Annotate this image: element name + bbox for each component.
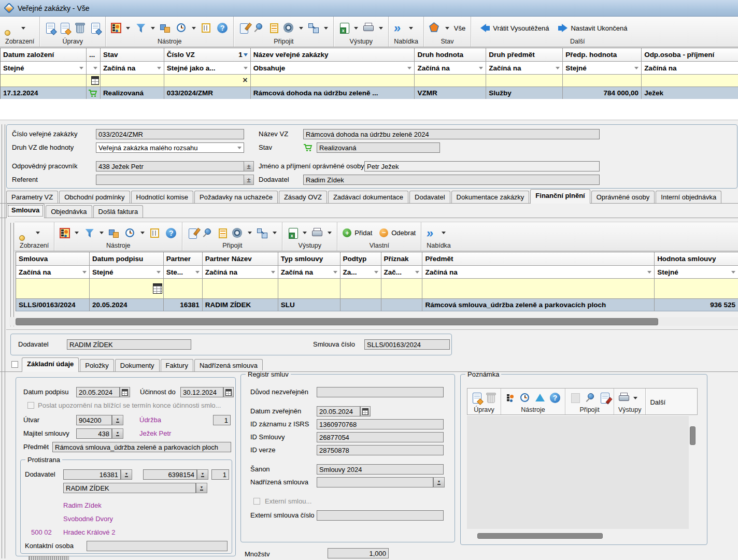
druh-vz-select[interactable]: Veřejná zakázka malého rozsahu bbox=[96, 142, 244, 153]
media-icon[interactable] bbox=[283, 22, 294, 34]
filter-input[interactable] bbox=[340, 279, 381, 299]
delete-record-icon[interactable] bbox=[74, 22, 86, 34]
filter-select[interactable]: Stejné bbox=[90, 266, 164, 279]
tab-dodavatel[interactable]: Dodavatel bbox=[409, 191, 450, 204]
detail-view-icon[interactable] bbox=[60, 228, 70, 238]
chevron-down-icon[interactable] bbox=[324, 27, 328, 30]
filter-input[interactable] bbox=[381, 279, 423, 299]
filter-select[interactable]: Začíná na bbox=[203, 266, 278, 279]
odpovedny-pracovnik-field[interactable]: 438 Ježek Petr bbox=[96, 161, 244, 171]
column-header[interactable]: Datum podpisu bbox=[90, 252, 164, 266]
filter-input[interactable] bbox=[642, 75, 738, 87]
tab-objednavka[interactable]: Objednávka bbox=[46, 205, 92, 218]
media-icon[interactable] bbox=[232, 227, 243, 239]
detail-view-icon[interactable] bbox=[505, 393, 516, 403]
filter-input[interactable] bbox=[486, 75, 563, 87]
partner-name-field[interactable]: RADIM ZÍDEK bbox=[63, 483, 196, 493]
horizontal-scrollbar[interactable] bbox=[9, 317, 738, 326]
mnozstvi-field[interactable]: 1,000 bbox=[328, 548, 389, 558]
partner-ic-field[interactable]: 6398154 bbox=[143, 469, 197, 480]
column-header[interactable]: Odp.osoba - příjmení bbox=[642, 48, 738, 62]
poslat-upozorneni-checkbox[interactable] bbox=[27, 402, 34, 409]
attach-icon[interactable] bbox=[570, 392, 581, 404]
dropdown-button[interactable] bbox=[197, 469, 208, 480]
filter-input[interactable] bbox=[87, 75, 101, 87]
filter-input[interactable] bbox=[251, 75, 415, 87]
menu-icon[interactable] bbox=[394, 22, 404, 34]
tab-hodnotici-komise[interactable]: Hodnotící komise bbox=[131, 191, 193, 204]
datum-zverejnen-field[interactable]: 20.05.2024 bbox=[317, 406, 360, 417]
vratit-vysoutezena-button[interactable]: Vrátit Vysoutěžená bbox=[480, 24, 549, 32]
tab-zadavaci-dokumentace[interactable]: Zadávací dokumentace bbox=[328, 191, 408, 204]
view-menu-icon[interactable] bbox=[5, 22, 17, 34]
filter-icon[interactable] bbox=[135, 22, 146, 34]
odebrat-button[interactable]: − Odebrat bbox=[379, 228, 416, 237]
vz-table-row[interactable]: 17.12.2024 Realizovaná 033/2024/ZMR Rámc… bbox=[1, 87, 738, 99]
filter-select[interactable]: Začíná na bbox=[642, 62, 738, 75]
filter-select[interactable]: Za... bbox=[340, 266, 381, 279]
splitter-handle[interactable] bbox=[2, 124, 5, 558]
column-header[interactable]: Datum založení bbox=[1, 48, 87, 62]
calculator-icon[interactable] bbox=[91, 76, 99, 85]
column-header[interactable]: Hodnota smlouvy bbox=[655, 252, 738, 266]
partner-count-field[interactable]: 1 bbox=[211, 469, 229, 480]
note-icon[interactable] bbox=[240, 23, 248, 34]
lookup-button[interactable] bbox=[244, 175, 254, 185]
column-header[interactable]: Typ smlouvy bbox=[278, 252, 340, 266]
tab-zasady-ovz[interactable]: Zásady OVZ bbox=[279, 191, 327, 204]
clear-filter-icon[interactable] bbox=[243, 77, 247, 84]
link-icon[interactable] bbox=[160, 22, 171, 34]
edit-record-icon[interactable] bbox=[61, 23, 69, 34]
chevron-down-icon[interactable] bbox=[442, 232, 446, 234]
filter-select[interactable]: Začíná na bbox=[415, 62, 486, 75]
smlouva-table-row[interactable]: SLLS/00163/2024 20.05.2024 16381 RADIM Z… bbox=[16, 299, 738, 311]
filter-input[interactable] bbox=[90, 279, 164, 299]
help-icon[interactable] bbox=[550, 393, 560, 403]
tab-parametry-vz[interactable]: Parametry VZ bbox=[6, 191, 58, 204]
filter-input[interactable] bbox=[415, 75, 486, 87]
calendar-button[interactable] bbox=[223, 387, 234, 397]
utvar-field[interactable]: 904200 bbox=[76, 415, 112, 425]
majitel-smlouvy-field[interactable]: 438 bbox=[76, 428, 112, 439]
chevron-down-icon[interactable] bbox=[100, 232, 104, 234]
partner-id-field[interactable]: 16381 bbox=[63, 469, 121, 480]
pin-icon[interactable] bbox=[253, 22, 264, 34]
history-icon[interactable] bbox=[176, 22, 187, 34]
filter-select[interactable]: Stejné bbox=[563, 62, 642, 75]
calendar-button[interactable] bbox=[120, 387, 130, 397]
filter-input[interactable] bbox=[655, 279, 738, 299]
dropdown-button[interactable] bbox=[112, 415, 123, 425]
tab-zakladni-udaje[interactable]: Základní údaje bbox=[22, 357, 79, 372]
filter-input[interactable] bbox=[101, 75, 164, 87]
tab-polozky[interactable]: Položky bbox=[80, 359, 114, 372]
ucinnost-do-field[interactable]: 30.12.2024 bbox=[180, 387, 223, 397]
chart-icon[interactable] bbox=[534, 392, 546, 404]
cislo-vz-field[interactable]: 033/2024/ZMR bbox=[96, 129, 244, 139]
externi-smlouva-cislo-field[interactable] bbox=[317, 510, 444, 521]
detail-checkbox[interactable] bbox=[11, 361, 18, 368]
chevron-down-icon[interactable] bbox=[140, 232, 145, 234]
column-header[interactable]: Příznak bbox=[381, 252, 423, 266]
filter-select[interactable]: Stejné bbox=[1, 62, 87, 75]
settings-icon[interactable] bbox=[149, 227, 161, 239]
workflow-icon[interactable] bbox=[257, 227, 268, 239]
column-header[interactable]: Druh předmět bbox=[486, 48, 563, 62]
dropdown-button[interactable] bbox=[112, 428, 123, 439]
tab-dokumenty[interactable]: Dokumenty bbox=[115, 359, 160, 372]
chevron-down-icon[interactable] bbox=[192, 27, 196, 30]
id-zaznamu-isrs-field[interactable]: 1360970768 bbox=[317, 419, 444, 429]
stav-field[interactable]: Realizovaná bbox=[317, 142, 440, 153]
filter-select[interactable] bbox=[87, 62, 101, 75]
signed-doc-icon[interactable] bbox=[601, 393, 609, 404]
id-smlouvy-field[interactable]: 26877054 bbox=[317, 432, 444, 442]
datum-podpisu-field[interactable]: 20.05.2024 bbox=[76, 387, 120, 397]
poznamka-textarea[interactable] bbox=[467, 416, 689, 529]
chevron-down-icon[interactable] bbox=[36, 232, 40, 234]
filter-select[interactable]: Stejné jako a... bbox=[164, 62, 251, 75]
predmet-field[interactable]: Rámcová smlouva_údržba zeleně a parkovac… bbox=[52, 442, 231, 452]
workflow-icon[interactable] bbox=[308, 22, 319, 34]
filter-input[interactable] bbox=[1, 75, 87, 87]
chevron-down-icon[interactable] bbox=[126, 27, 130, 30]
pin-icon[interactable] bbox=[202, 227, 213, 239]
chevron-down-icon[interactable] bbox=[21, 27, 25, 30]
